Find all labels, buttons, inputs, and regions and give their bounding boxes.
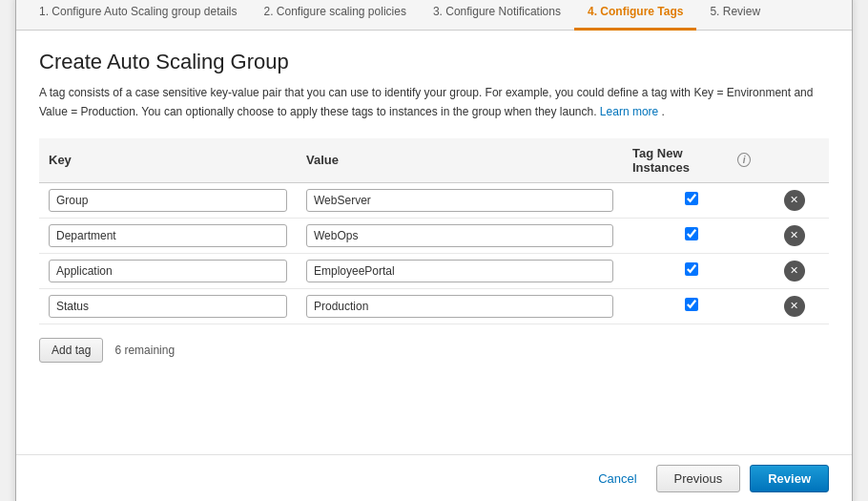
- key-input-4[interactable]: [49, 295, 287, 318]
- tni-checkbox-1[interactable]: [685, 192, 698, 205]
- remove-row-button-3[interactable]: [784, 261, 805, 282]
- review-button[interactable]: Review: [750, 465, 829, 492]
- tab-configure-group[interactable]: 1. Configure Auto Scaling group details: [26, 0, 250, 31]
- tni-checkbox-2[interactable]: [685, 227, 698, 240]
- add-tag-button[interactable]: Add tag: [39, 338, 103, 363]
- previous-button[interactable]: Previous: [656, 465, 741, 492]
- table-row: [39, 253, 829, 288]
- value-input-4[interactable]: [306, 295, 613, 318]
- tab-configure-tags[interactable]: 4. Configure Tags: [574, 0, 696, 31]
- tags-table: Key Value Tag New Instances i: [39, 138, 829, 324]
- key-input-1[interactable]: [49, 189, 287, 212]
- value-input-1[interactable]: [306, 189, 613, 212]
- remove-row-button-1[interactable]: [784, 190, 805, 211]
- key-input-2[interactable]: [49, 224, 287, 247]
- tab-scaling-policies[interactable]: 2. Configure scaling policies: [250, 0, 419, 31]
- table-row: [39, 182, 829, 218]
- main-window: 1. Configure Auto Scaling group details …: [15, 0, 853, 501]
- tni-checkbox-3[interactable]: [685, 262, 698, 276]
- footer: Cancel Previous Review: [16, 454, 852, 501]
- remaining-count: 6 remaining: [114, 344, 175, 357]
- col-header-value: Value: [297, 138, 623, 183]
- remove-row-button-2[interactable]: [784, 225, 805, 246]
- col-header-tni: Tag New Instances i: [623, 138, 760, 183]
- col-header-key: Key: [39, 138, 297, 183]
- content-area: Create Auto Scaling Group A tag consists…: [16, 31, 852, 453]
- wizard-tabs: 1. Configure Auto Scaling group details …: [16, 0, 852, 31]
- tab-review[interactable]: 5. Review: [696, 0, 774, 31]
- cancel-button[interactable]: Cancel: [589, 466, 646, 491]
- add-tag-row: Add tag 6 remaining: [39, 338, 829, 363]
- remove-row-button-4[interactable]: [784, 296, 805, 317]
- tni-checkbox-4[interactable]: [685, 298, 698, 311]
- tab-notifications[interactable]: 3. Configure Notifications: [420, 0, 574, 31]
- page-title: Create Auto Scaling Group: [39, 50, 829, 74]
- value-input-2[interactable]: [306, 224, 613, 247]
- table-row: [39, 218, 829, 253]
- table-row: [39, 288, 829, 324]
- key-input-3[interactable]: [49, 260, 287, 282]
- page-description: A tag consists of a case sensitive key-v…: [39, 84, 829, 120]
- learn-more-link[interactable]: Learn more: [600, 105, 658, 118]
- value-input-3[interactable]: [306, 260, 613, 282]
- col-header-remove: [760, 138, 829, 183]
- tni-info-icon[interactable]: i: [737, 153, 751, 167]
